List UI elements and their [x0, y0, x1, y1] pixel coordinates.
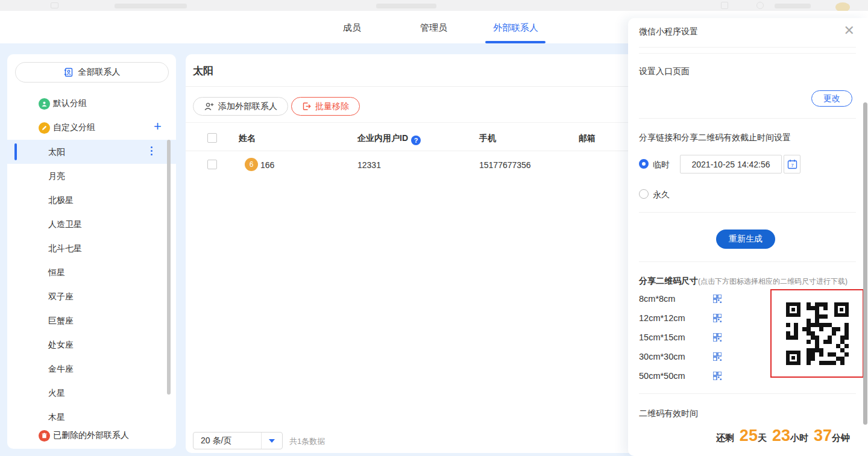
add-external-contact-button[interactable]: 添加外部联系人 [193, 97, 288, 116]
selected-indicator [14, 143, 17, 160]
qr-size-label: 8cm*8cm [639, 294, 713, 304]
person-add-icon [204, 102, 214, 111]
column-header-phone: 手机 [479, 133, 496, 144]
dimmed-text [775, 4, 811, 8]
sidebar-scrollbar[interactable] [167, 140, 171, 395]
qr-download-icon[interactable] [713, 295, 722, 303]
qr-size-label: 30cm*30cm [639, 352, 713, 361]
batch-remove-button[interactable]: 批量移除 [291, 97, 360, 116]
regenerate-button[interactable]: 重新生成 [716, 230, 775, 249]
countdown-prefix: 还剩 [716, 433, 734, 444]
sidebar-item-group-6[interactable]: 双子座 [7, 284, 176, 308]
qr-download-icon[interactable] [713, 333, 722, 342]
qr-size-label: 12cm*12cm [639, 313, 713, 323]
radio-permanent[interactable] [639, 189, 649, 199]
page-title: 太阳 [193, 64, 213, 78]
group-label: 太阳 [48, 147, 65, 157]
sidebar-item-deleted-contacts[interactable]: 已删除的外部联系人 [7, 423, 176, 448]
chevron-down-icon [269, 439, 275, 443]
qr-download-icon[interactable] [713, 352, 722, 361]
divider [639, 118, 856, 119]
dimmed-icon [756, 2, 764, 9]
dimmed-icon [721, 2, 728, 9]
pencil-icon [39, 122, 50, 134]
radio-permanent-label: 永久 [653, 190, 670, 201]
countdown-minutes: 37 [814, 426, 832, 445]
sidebar-item-group-10[interactable]: 火星 [7, 381, 176, 405]
dimmed-topbar [0, 0, 868, 11]
add-group-icon[interactable]: + [154, 120, 162, 133]
page-size-select[interactable]: 20 条/页 [193, 432, 283, 449]
qr-size-row-3: 30cm*30cm [639, 349, 772, 364]
expiry-setting-label: 分享链接和分享二维码有效截止时间设置 [639, 133, 791, 143]
kebab-menu-icon[interactable] [151, 146, 153, 155]
sidebar-item-group-3[interactable]: 人造卫星 [7, 212, 176, 236]
sidebar-item-label: 默认分组 [53, 98, 87, 109]
sidebar-item-group-9[interactable]: 金牛座 [7, 357, 176, 381]
divider [639, 53, 856, 54]
qr-code-highlight-frame [770, 289, 864, 378]
countdown-hours-unit: 小时 [790, 433, 808, 444]
entry-page-label: 设置入口页面 [639, 66, 690, 77]
column-header-name: 姓名 [239, 133, 256, 144]
person-icon [39, 98, 50, 110]
qr-size-row-1: 12cm*12cm [639, 311, 772, 325]
all-contacts-button[interactable]: 全部联系人 [15, 62, 169, 83]
group-label: 人造卫星 [48, 219, 82, 229]
sidebar-item-group-1[interactable]: 月亮 [7, 164, 176, 188]
qr-countdown: 还剩 25 天 23 小时 37 分钟 [716, 426, 850, 445]
sidebar-item-group-0[interactable]: 太阳 [7, 140, 176, 164]
tab-external-contacts[interactable]: 外部联系人 [493, 22, 538, 34]
divider [639, 393, 856, 394]
deleted-contacts-label: 已删除的外部联系人 [53, 430, 129, 441]
divider [639, 212, 856, 213]
calendar-icon[interactable]: 7 [784, 155, 800, 173]
countdown-days: 25 [740, 426, 758, 445]
window-scrollbar[interactable] [863, 102, 867, 425]
cell-userid: 12331 [357, 160, 381, 170]
all-contacts-label: 全部联系人 [78, 67, 121, 78]
dropdown-arrow [261, 433, 282, 449]
close-icon[interactable]: ✕ [844, 24, 855, 37]
tab-members[interactable]: 成员 [343, 22, 361, 34]
group-label: 恒星 [48, 267, 65, 277]
divider [186, 122, 637, 123]
column-header-email: 邮箱 [579, 133, 596, 144]
qr-download-icon[interactable] [713, 372, 722, 380]
sidebar-item-custom-group[interactable]: 自定义分组 + [7, 116, 176, 140]
miniprogram-settings-drawer: 微信小程序设置 ✕ 设置入口页面 更改 分享链接和分享二维码有效截止时间设置 临… [628, 18, 868, 456]
sidebar-item-group-4[interactable]: 北斗七星 [7, 236, 176, 260]
sidebar: 全部联系人 默认分组 自定义分组 + 太阳 月亮 北极星 人造卫星 北斗七星 恒… [7, 54, 176, 449]
divider [639, 47, 856, 48]
datetime-input[interactable]: 2021-10-25 14:42:56 [680, 155, 782, 173]
group-label: 北极星 [48, 195, 74, 205]
qr-download-icon[interactable] [713, 314, 722, 322]
sidebar-item-default-group[interactable]: 默认分组 [7, 92, 176, 116]
add-external-contact-label: 添加外部联系人 [218, 101, 277, 112]
qr-size-row-2: 15cm*15cm [639, 330, 772, 345]
drawer-title: 微信小程序设置 [639, 27, 698, 37]
remove-export-icon [302, 102, 311, 111]
qr-size-label: 50cm*50cm [639, 371, 713, 381]
help-icon[interactable]: ? [411, 136, 421, 145]
sidebar-item-group-2[interactable]: 北极星 [7, 188, 176, 212]
group-label: 月亮 [48, 171, 65, 181]
cell-name: 166 [260, 160, 274, 170]
radio-temporary[interactable] [639, 159, 649, 169]
column-header-userid: 企业内用户ID? [357, 133, 421, 145]
sidebar-item-group-7[interactable]: 巨蟹座 [7, 308, 176, 333]
avatar: 6 [245, 158, 258, 171]
select-all-checkbox[interactable] [207, 133, 217, 143]
sidebar-item-group-5[interactable]: 恒星 [7, 260, 176, 284]
countdown-minutes-unit: 分钟 [832, 433, 850, 444]
row-checkbox[interactable] [207, 160, 217, 169]
divider [186, 86, 637, 87]
sidebar-item-group-8[interactable]: 处女座 [7, 333, 176, 357]
group-label: 处女座 [48, 340, 74, 349]
qr-validity-label: 二维码有效时间 [639, 408, 698, 419]
tab-admins[interactable]: 管理员 [420, 22, 447, 34]
sidebar-item-label: 自定义分组 [53, 122, 95, 133]
svg-text:7: 7 [791, 163, 794, 168]
change-button[interactable]: 更改 [811, 90, 852, 107]
radio-temporary-label: 临时 [653, 160, 670, 170]
